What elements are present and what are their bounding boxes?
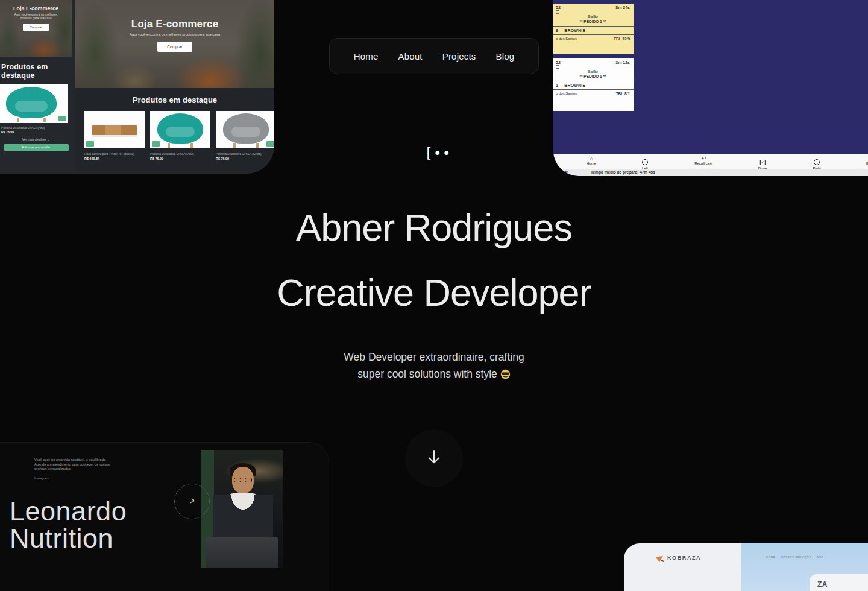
ticket-item-name: BROWNIE <box>564 28 585 33</box>
nav-item-projects[interactable]: Projects <box>442 51 476 62</box>
ecommerce-mobile-details-link[interactable]: Ver mais detalhes ⌄ <box>0 137 72 141</box>
ticket-area: Salão <box>588 14 598 19</box>
project-card-leonardo-nutrition[interactable]: Você pode ter uma vida saudável, e equil… <box>0 442 329 591</box>
nutrition-title: Leonardo Nutrition <box>10 498 127 552</box>
circular-text-badge[interactable]: ↗ <box>174 484 210 519</box>
ecommerce-mobile-featured-section: Produtos em destaque Poltrona Decorativa… <box>0 57 72 151</box>
kobraza-nav-sob[interactable]: SOB <box>817 556 823 559</box>
kds-recall-last-button[interactable]: ↶ Recall Last <box>694 156 712 165</box>
scroll-down-button[interactable] <box>405 429 463 487</box>
ticket-timer: 8m 34s <box>615 5 630 10</box>
hero-subtitle-line1: Web Developer extraordinaire, crafting <box>0 349 868 365</box>
order-ticket-white: 52 3m 12s Salão ** PEDIDO 1 ** 1 BROWNIE… <box>553 58 634 111</box>
arrow-up-right-icon: ↗ <box>189 498 195 505</box>
nav-item-home[interactable]: Home <box>354 51 379 62</box>
nutrition-paragraph: Você pode ter uma vida saudável, e equil… <box>34 458 110 472</box>
product-price: R$ 76,99 <box>150 157 210 160</box>
product-badge <box>152 141 160 147</box>
ecommerce-mobile-hero: Loja E-commerce Aqui você encontra os me… <box>0 0 72 57</box>
ecommerce-desktop-screenshot: Loja E-commerce Aqui você encontra os me… <box>75 0 274 171</box>
ticket-customer: o dos Santos <box>556 92 577 96</box>
kobraza-logo[interactable]: KOBRAZA <box>656 554 701 561</box>
kds-status-bar: DOW Tempo médio de preparo: 47m 45s <box>553 169 868 176</box>
product-card-gray-chair: Poltrona Decorativa OPALA (Cinza) R$ 76,… <box>216 111 274 160</box>
ticket-customer: o dos Santos <box>556 37 577 41</box>
ticket-item-qty: 1 <box>556 83 563 87</box>
kds-home-button[interactable]: ⌂ Home <box>587 156 596 165</box>
ticket-item-qty: 9 <box>556 28 563 33</box>
ticket-timer: 3m 12s <box>615 60 630 65</box>
tv-rack-image <box>92 125 137 135</box>
ticket-order-number: 52 <box>556 60 561 65</box>
ticket-area: Salão <box>588 69 598 74</box>
ticket-order-label: ** PEDIDO 1 ** <box>579 19 606 24</box>
order-ticket-yellow: 52 8m 34s Salão ** PEDIDO 1 ** 9 BROWNIE… <box>553 4 634 54</box>
project-card-kitchen-display[interactable]: 52 8m 34s Salão ** PEDIDO 1 ** 9 BROWNIE… <box>553 0 868 176</box>
ticket-item-name: BROWNIE <box>564 83 585 87</box>
portfolio-landing-page: Home About Projects Blog [•• Abner Rodri… <box>0 0 868 591</box>
product-name: Poltrona Decorativa OPALA (Cinza) <box>216 153 274 156</box>
ecommerce-desktop-buy-button[interactable]: Comprar <box>157 42 192 52</box>
main-nav: Home About Projects Blog <box>329 38 539 74</box>
kobraza-nav: HOME NOSSOS SERVIÇOS SOB <box>766 556 823 559</box>
nutrition-instagram-link[interactable]: Instagram <box>34 476 49 480</box>
ecommerce-mobile-add-to-cart-button[interactable]: Adicionar ao carrinho <box>4 144 69 151</box>
hero-title-role: Creative Developer <box>0 271 868 314</box>
laptop-image <box>206 537 278 568</box>
teal-armchair-image <box>6 87 57 118</box>
nav-item-blog[interactable]: Blog <box>495 51 514 62</box>
kds-avg-prep-time: Tempo médio de preparo: 47m 45s <box>591 169 655 176</box>
ticket-checkbox-icon[interactable] <box>556 65 559 69</box>
ticket-checkbox-icon[interactable] <box>556 10 559 14</box>
ecommerce-mobile-product-price: R$ 76,99 <box>0 130 72 134</box>
hero-title-name: Abner Rodrigues <box>0 206 868 249</box>
ecommerce-mobile-product-image <box>0 84 68 123</box>
project-card-ecommerce[interactable]: Loja E-commerce Aqui você encontra os me… <box>0 0 274 174</box>
project-card-kobraza[interactable]: ZA KOBRAZA HOME NOSSOS SERVIÇOS SOB <box>624 543 868 591</box>
teal-armchair-image <box>157 113 203 144</box>
ticket-table: TBL 12/9 <box>614 37 630 41</box>
kds-done-button[interactable]: ✓ Done <box>758 156 767 170</box>
kds-left-button[interactable]: ← Left <box>642 156 648 170</box>
arrow-left-circle-icon: ← <box>642 159 648 165</box>
product-badge <box>58 116 66 121</box>
checkbox-checked-icon: ✓ <box>760 160 766 165</box>
ecommerce-desktop-section-title: Produtos em destaque <box>75 95 274 104</box>
ecommerce-desktop-hero: Loja E-commerce Aqui você encontra os me… <box>75 0 274 88</box>
ecommerce-desktop-title: Loja E-commerce <box>75 0 274 30</box>
ecommerce-desktop-product-row: Rack Saveiro para TV até 70" (Branco) R$… <box>75 104 274 160</box>
kobraza-nav-home[interactable]: HOME <box>766 556 775 559</box>
product-name: Rack Saveiro para TV até 70" (Branco) <box>84 153 145 156</box>
ecommerce-mobile-subtitle: Aqui você encontra os melhores produtos … <box>0 13 72 20</box>
kds-toolbar: ⌂ Home ← Left ↶ Recall Last ✓ Done → Rig… <box>553 154 868 169</box>
portrait-photo <box>201 450 283 568</box>
ecommerce-mobile-screenshot: Loja E-commerce Aqui você encontra os me… <box>0 0 72 152</box>
gray-armchair-image <box>223 113 269 144</box>
product-price: R$ 76,99 <box>216 157 274 160</box>
product-price: R$ 649,84 <box>84 157 145 160</box>
product-badge <box>266 141 274 147</box>
portrait-jacket <box>213 495 273 537</box>
kobraza-brand-text: KOBRAZA <box>667 555 701 561</box>
product-name: Poltrona Decorativa OPALA (Azul) <box>150 153 210 156</box>
nav-item-about[interactable]: About <box>398 51 422 62</box>
kds-status-window-label: DOW <box>558 169 568 176</box>
kobraza-partial-heading: ZA <box>817 580 828 589</box>
arrow-right-circle-icon: → <box>814 159 820 165</box>
hero-subtitle-line2: super cool solutions with style <box>0 365 868 384</box>
ecommerce-mobile-buy-button[interactable]: Comprar <box>23 24 49 31</box>
glasses-icon <box>234 478 252 482</box>
sunglasses-emoji-icon <box>500 367 511 384</box>
kobraza-nav-servicos[interactable]: NOSSOS SERVIÇOS <box>781 556 811 559</box>
loader-indicator: [•• <box>424 145 451 161</box>
product-card-teal-chair: Poltrona Decorativa OPALA (Azul) R$ 76,9… <box>150 111 210 160</box>
kobraza-bird-icon <box>656 554 664 561</box>
recall-arrow-icon: ↶ <box>694 156 712 162</box>
ecommerce-mobile-product-name: Poltrona Decorativa OPALA (Azul) <box>0 127 72 130</box>
home-icon: ⌂ <box>587 156 596 162</box>
ecommerce-desktop-subtitle: Aqui você encontra os melhores produtos … <box>75 33 274 36</box>
ticket-order-label: ** PEDIDO 1 ** <box>579 74 606 78</box>
ticket-table: TBL 8/1 <box>616 92 630 96</box>
kds-right-button[interactable]: → Right <box>813 156 821 170</box>
arrow-down-icon <box>425 448 443 469</box>
